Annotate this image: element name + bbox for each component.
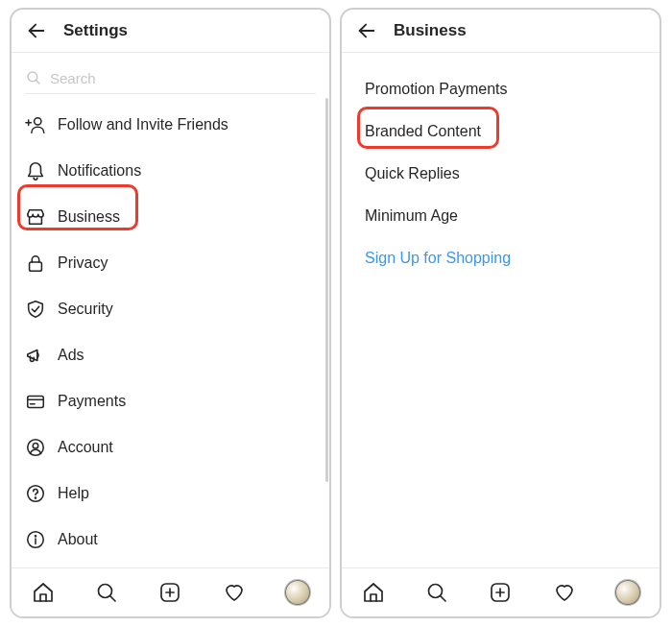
business-item-quick-replies[interactable]: Quick Replies bbox=[365, 153, 636, 195]
tab-add[interactable] bbox=[487, 579, 514, 606]
tab-activity[interactable] bbox=[221, 579, 248, 606]
item-label: Follow and Invite Friends bbox=[58, 116, 228, 133]
settings-item-ads[interactable]: Ads bbox=[25, 332, 316, 378]
bell-icon bbox=[25, 160, 58, 181]
tab-activity[interactable] bbox=[551, 579, 578, 606]
svg-point-13 bbox=[35, 497, 36, 498]
back-button[interactable] bbox=[353, 17, 380, 44]
tab-profile[interactable] bbox=[614, 579, 641, 606]
tab-add[interactable] bbox=[156, 579, 183, 606]
settings-item-payments[interactable]: Payments bbox=[25, 378, 316, 424]
account-icon bbox=[25, 437, 58, 458]
item-label: Help bbox=[58, 485, 89, 502]
tab-home[interactable] bbox=[30, 579, 57, 606]
item-label: Security bbox=[58, 301, 113, 318]
svg-line-18 bbox=[110, 596, 116, 602]
settings-item-notifications[interactable]: Notifications bbox=[25, 148, 316, 194]
scrollbar[interactable] bbox=[325, 98, 328, 482]
info-icon bbox=[25, 529, 58, 550]
svg-line-24 bbox=[441, 596, 446, 602]
tab-profile[interactable] bbox=[284, 579, 311, 606]
item-label: Quick Replies bbox=[365, 165, 460, 182]
settings-item-invite[interactable]: Follow and Invite Friends bbox=[25, 102, 316, 148]
settings-list: Follow and Invite Friends Notifications … bbox=[12, 102, 329, 563]
settings-item-security[interactable]: Security bbox=[25, 286, 316, 332]
business-screen: Business Promotion Payments Branded Cont… bbox=[340, 8, 661, 618]
business-item-branded-content[interactable]: Branded Content bbox=[365, 110, 636, 153]
business-item-minimum-age[interactable]: Minimum Age bbox=[365, 195, 636, 237]
item-label: Privacy bbox=[58, 254, 108, 272]
settings-item-about[interactable]: About bbox=[25, 517, 316, 563]
tab-bar bbox=[12, 567, 329, 616]
settings-item-help[interactable]: Help bbox=[25, 470, 316, 517]
item-label: Notifications bbox=[58, 162, 141, 180]
search-placeholder: Search bbox=[50, 70, 96, 86]
svg-point-15 bbox=[35, 536, 36, 537]
back-button[interactable] bbox=[23, 17, 50, 44]
svg-rect-7 bbox=[28, 397, 44, 408]
megaphone-icon bbox=[25, 345, 58, 366]
business-item-signup-shopping[interactable]: Sign Up for Shopping bbox=[365, 237, 636, 279]
shield-icon bbox=[25, 299, 58, 320]
item-label: Payments bbox=[58, 393, 126, 410]
svg-line-2 bbox=[36, 80, 39, 84]
settings-item-business[interactable]: Business bbox=[25, 194, 316, 240]
header: Business bbox=[342, 10, 660, 53]
search-icon bbox=[25, 69, 50, 86]
lock-icon bbox=[25, 253, 58, 274]
card-icon bbox=[25, 391, 58, 412]
svg-point-5 bbox=[35, 118, 41, 125]
page-title: Settings bbox=[63, 21, 128, 40]
tab-search[interactable] bbox=[93, 579, 120, 606]
tab-bar bbox=[342, 567, 660, 616]
avatar-icon bbox=[285, 580, 310, 605]
item-label: Account bbox=[58, 439, 113, 456]
settings-item-privacy[interactable]: Privacy bbox=[25, 240, 316, 286]
item-label: Ads bbox=[58, 347, 84, 364]
item-label: About bbox=[58, 531, 98, 548]
invite-icon bbox=[25, 114, 58, 135]
item-label: Sign Up for Shopping bbox=[365, 250, 511, 267]
settings-item-account[interactable]: Account bbox=[25, 424, 316, 470]
store-icon bbox=[25, 206, 58, 228]
business-item-promotion-payments[interactable]: Promotion Payments bbox=[365, 68, 636, 110]
page-title: Business bbox=[394, 21, 467, 40]
avatar-icon bbox=[615, 580, 640, 605]
business-list: Promotion Payments Branded Content Quick… bbox=[342, 53, 660, 295]
help-icon bbox=[25, 483, 58, 504]
settings-screen: Settings Search Follow and Invite Friend… bbox=[10, 8, 331, 618]
tab-search[interactable] bbox=[423, 579, 450, 606]
svg-rect-6 bbox=[30, 262, 42, 271]
search-input[interactable]: Search bbox=[25, 62, 316, 94]
item-label: Promotion Payments bbox=[365, 81, 508, 98]
item-label: Minimum Age bbox=[365, 207, 458, 225]
header: Settings bbox=[12, 10, 329, 53]
tab-home[interactable] bbox=[360, 579, 387, 606]
item-label: Branded Content bbox=[365, 123, 481, 140]
item-label: Business bbox=[58, 208, 120, 226]
svg-point-11 bbox=[33, 443, 38, 448]
